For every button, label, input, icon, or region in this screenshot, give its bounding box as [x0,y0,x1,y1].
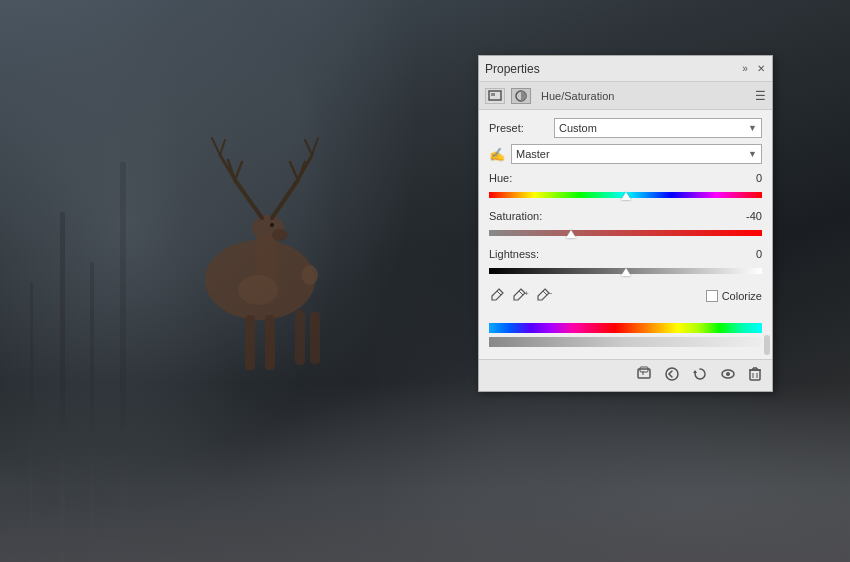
svg-rect-18 [265,315,275,370]
bottom-toolbar [479,359,772,391]
saturation-label: Saturation: [489,210,554,222]
trash-icon [748,366,762,382]
svg-rect-38 [750,370,760,380]
svg-line-10 [220,140,225,155]
lightness-group: Lightness: 0 [489,248,762,280]
svg-line-14 [290,162,298,180]
lightness-value: 0 [732,248,762,260]
channel-value: Master [516,148,550,160]
preset-dropdown-arrow: ▼ [748,123,757,133]
svg-line-16 [305,140,312,155]
hue-label-row: Hue: 0 [489,172,762,184]
eyedropper-icon [491,287,505,303]
saturation-label-row: Saturation: -40 [489,210,762,222]
eyedropper-tool[interactable] [489,286,507,307]
hue-label: Hue: [489,172,554,184]
spectrum-bar-grey [489,337,762,347]
svg-text:−: − [548,289,553,298]
eye-icon [720,366,736,382]
tools-colorize-row: + − Colorize [489,286,762,315]
eyedropper-add-icon: + [513,287,529,303]
saturation-group: Saturation: -40 [489,210,762,242]
saturation-thumb[interactable] [566,224,576,238]
lightness-thumb[interactable] [621,262,631,276]
adjustment-title: Hue/Saturation [541,90,614,102]
eyedropper-subtract-tool[interactable]: − [535,286,555,307]
collapse-button[interactable]: » [740,64,750,74]
hue-value: 0 [732,172,762,184]
lightness-label: Lightness: [489,248,554,260]
hue-slider-container [489,186,762,204]
preset-row: Preset: Custom ▼ [489,118,762,138]
eyedropper-add-tool[interactable]: + [511,286,531,307]
tab-left: Hue/Saturation [485,88,614,104]
reset-icon [692,366,708,382]
svg-point-3 [272,229,288,241]
svg-point-37 [726,372,730,376]
svg-line-27 [519,291,523,295]
previous-icon [664,366,680,382]
clip-to-layer-button[interactable] [634,364,654,387]
panel-title-text: Properties [485,62,540,76]
circle-icon [514,90,528,102]
svg-line-29 [543,291,547,295]
hand-tool-icon[interactable]: ✍ [489,147,505,162]
channel-dropdown[interactable]: Master ▼ [511,144,762,164]
svg-line-8 [235,162,242,180]
panel-title-left: Properties [485,62,540,76]
panel-controls: » ✕ [740,64,766,74]
layer-icon [488,90,502,102]
delete-button[interactable] [746,364,764,387]
colorize-checkbox[interactable] [706,290,718,302]
scrollbar[interactable] [764,335,770,355]
previous-state-button[interactable] [662,364,682,387]
preset-label: Preset: [489,122,554,134]
tab-icon-layer[interactable] [485,88,505,104]
svg-line-5 [235,180,262,218]
svg-point-21 [302,265,318,285]
tools-row: + − [489,286,555,307]
reset-button[interactable] [690,364,710,387]
svg-line-26 [497,291,501,295]
lightness-label-row: Lightness: 0 [489,248,762,260]
saturation-track [489,230,762,236]
colorize-row: Colorize [706,290,762,302]
svg-point-34 [666,368,678,380]
saturation-slider-container [489,224,762,242]
hue-group: Hue: 0 [489,172,762,204]
close-button[interactable]: ✕ [756,64,766,74]
svg-point-22 [238,275,278,305]
channel-row: ✍ Master ▼ [489,144,762,164]
svg-point-4 [270,223,274,227]
eyedropper-subtract-icon: − [537,287,553,303]
tab-icon-adjustment[interactable] [511,88,531,104]
svg-line-15 [312,138,318,155]
svg-rect-20 [310,312,320,364]
clip-icon [636,366,652,382]
visibility-button[interactable] [718,364,738,387]
panel-titlebar: Properties » ✕ [479,56,772,82]
preset-dropdown[interactable]: Custom ▼ [554,118,762,138]
svg-line-9 [212,138,220,155]
hue-thumb[interactable] [621,186,631,200]
preset-value: Custom [559,122,597,134]
svg-rect-17 [245,315,255,370]
svg-marker-35 [693,370,697,373]
deer-image [150,80,370,400]
channel-dropdown-arrow: ▼ [748,149,757,159]
svg-line-11 [272,180,298,218]
svg-rect-24 [491,93,495,96]
ground [0,382,850,562]
colorize-label: Colorize [722,290,762,302]
spectrum-bar-color [489,323,762,333]
panel-content: Preset: Custom ▼ ✍ Master ▼ Hue: 0 [479,110,772,359]
svg-rect-19 [295,310,305,365]
svg-text:+: + [524,289,529,298]
lightness-slider-container [489,262,762,280]
properties-panel: Properties » ✕ Hue/Saturation [478,55,773,392]
saturation-value: -40 [732,210,762,222]
panel-menu-icon[interactable]: ☰ [755,89,766,103]
tab-bar: Hue/Saturation ☰ [479,82,772,110]
